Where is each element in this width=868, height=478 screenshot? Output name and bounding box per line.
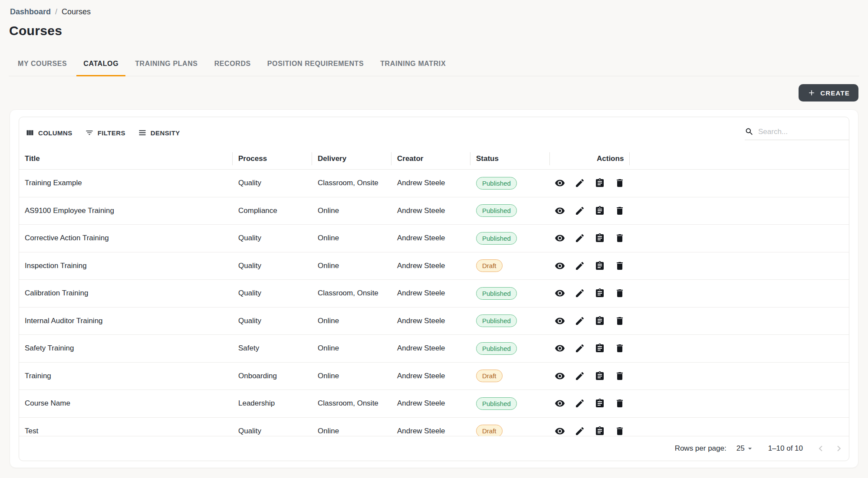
view-button[interactable] [555,343,565,354]
cell-actions [550,233,630,243]
assignment-icon [595,178,605,188]
assign-button[interactable] [595,206,605,216]
delete-button[interactable] [615,371,625,381]
status-badge: Published [476,314,517,327]
delete-icon [615,178,625,188]
view-button[interactable] [555,206,565,216]
view-button[interactable] [555,261,565,271]
column-header-process[interactable]: Process [233,148,312,169]
cell-actions [550,398,630,409]
cell-actions [550,261,630,271]
assignment-icon [595,316,605,326]
filters-button[interactable]: FILTERS [84,127,126,139]
delete-button[interactable] [615,343,625,354]
cell-creator: Andrew Steele [391,234,470,242]
column-header-actions[interactable]: Actions [550,148,630,169]
delete-button[interactable] [615,316,625,326]
pagination-range: 1–10 of 10 [768,444,803,453]
cell-actions [550,371,630,381]
view-button[interactable] [555,233,565,243]
edit-button[interactable] [575,398,585,409]
column-header-delivery[interactable]: Delivery [312,148,391,169]
view-icon [555,288,565,298]
assignment-icon [595,371,605,381]
view-button[interactable] [555,426,565,436]
create-button[interactable]: CREATE [799,84,858,101]
cell-actions [550,343,630,354]
next-page-button[interactable] [833,443,845,454]
previous-page-button[interactable] [815,443,826,454]
tab-position-requirements[interactable]: POSITION REQUIREMENTS [260,51,371,76]
data-grid: COLUMNS FILTERS DENSITY Title Process De… [19,117,849,461]
delete-button[interactable] [615,206,625,216]
column-header-status[interactable]: Status [470,148,550,169]
breadcrumb-separator: / [55,7,57,16]
tab-my-courses[interactable]: MY COURSES [11,51,74,76]
tab-catalog[interactable]: CATALOG [76,51,125,76]
filters-button-label: FILTERS [98,129,125,137]
assign-button[interactable] [595,343,605,354]
assign-button[interactable] [595,371,605,381]
edit-button[interactable] [575,261,585,271]
pagination-bar: Rows per page: 25 1–10 of 10 [19,436,849,461]
breadcrumb-dashboard[interactable]: Dashboard [10,7,51,16]
columns-button[interactable]: COLUMNS [25,127,73,139]
edit-button[interactable] [575,343,585,354]
delete-button[interactable] [615,233,625,243]
cell-title: Test [19,427,233,435]
column-header-title[interactable]: Title [19,148,233,169]
delete-button[interactable] [615,261,625,271]
edit-icon [575,343,585,354]
column-header-creator[interactable]: Creator [391,148,470,169]
view-icon [555,398,565,409]
view-button[interactable] [555,371,565,381]
assign-button[interactable] [595,233,605,243]
tab-training-matrix[interactable]: TRAINING MATRIX [373,51,453,76]
assign-button[interactable] [595,288,605,298]
assign-button[interactable] [595,426,605,436]
delete-icon [615,398,625,409]
edit-button[interactable] [575,206,585,216]
cell-title: Training Example [19,179,233,187]
view-button[interactable] [555,288,565,298]
cell-process: Quality [233,317,312,325]
delete-button[interactable] [615,288,625,298]
view-button[interactable] [555,178,565,188]
search-input[interactable] [758,128,849,136]
cell-actions [550,206,630,216]
table-row: Internal Auditor Training Quality Online… [19,308,849,335]
delete-icon [615,316,625,326]
assign-button[interactable] [595,398,605,409]
delete-icon [615,343,625,354]
cell-delivery: Online [312,344,391,353]
cell-status: Published [470,314,550,327]
delete-icon [615,426,625,436]
delete-button[interactable] [615,426,625,436]
status-badge: Published [476,177,517,190]
delete-button[interactable] [615,178,625,188]
assign-button[interactable] [595,316,605,326]
edit-button[interactable] [575,371,585,381]
edit-button[interactable] [575,288,585,298]
tab-records[interactable]: RECORDS [207,51,258,76]
view-icon [555,206,565,216]
density-button[interactable]: DENSITY [137,127,181,139]
edit-button[interactable] [575,316,585,326]
tab-training-plans[interactable]: TRAINING PLANS [128,51,204,76]
cell-delivery: Online [312,372,391,380]
cell-process: Quality [233,427,312,435]
edit-button[interactable] [575,426,585,436]
delete-icon [615,288,625,298]
cell-creator: Andrew Steele [391,179,470,187]
view-button[interactable] [555,398,565,409]
delete-button[interactable] [615,398,625,409]
view-button[interactable] [555,316,565,326]
assign-button[interactable] [595,261,605,271]
assign-button[interactable] [595,178,605,188]
tab-label: MY COURSES [18,60,67,68]
rows-per-page-select[interactable]: 25 [736,444,754,453]
edit-button[interactable] [575,178,585,188]
edit-button[interactable] [575,233,585,243]
pager [815,443,845,454]
tab-label: POSITION REQUIREMENTS [267,60,364,68]
